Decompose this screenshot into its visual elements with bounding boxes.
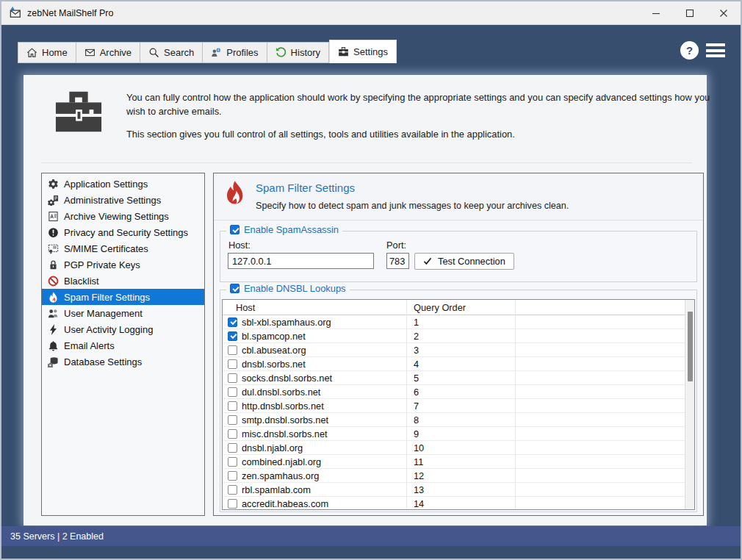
tab-profiles[interactable]: Profiles: [203, 42, 267, 63]
tab-label: Archive: [100, 47, 132, 58]
enable-dnsbl-checkbox[interactable]: [230, 284, 239, 293]
minimize-button[interactable]: [639, 1, 673, 25]
sidebar-item-label: S/MIME Certificates: [64, 243, 148, 254]
check-icon: [423, 257, 432, 265]
row-checkbox[interactable]: [228, 345, 237, 355]
sidebar-item-user-management[interactable]: User Management: [42, 305, 204, 321]
row-checkbox[interactable]: [228, 499, 237, 509]
table-row[interactable]: misc.dnsbl.sorbs.net9: [223, 427, 685, 441]
sidebar-item-user-activity-logging[interactable]: User Activity Logging: [42, 321, 204, 337]
table-row[interactable]: zen.spamhaus.org12: [223, 469, 685, 483]
test-connection-button[interactable]: Test Connection: [414, 253, 514, 270]
sidebar-item-email-alerts[interactable]: Email Alerts: [42, 337, 204, 353]
row-checkbox[interactable]: [228, 443, 237, 453]
row-checkbox[interactable]: [228, 429, 237, 439]
maximize-button[interactable]: [673, 1, 707, 25]
dnsbl-group: Enable DNSBL Lookups Host Query Order sb…: [220, 290, 697, 512]
flame-icon: [224, 180, 245, 211]
tab-label: Home: [42, 47, 68, 58]
row-checkbox[interactable]: [228, 471, 237, 481]
menu-button[interactable]: [706, 43, 725, 57]
sidebar-item-application-settings[interactable]: Application Settings: [42, 176, 204, 192]
sidebar-item-blacklist[interactable]: Blacklist: [42, 273, 204, 289]
table-row[interactable]: bl.spamcop.net2: [223, 329, 685, 343]
sidebar-item-label: Administrative Settings: [64, 195, 161, 206]
padlock-icon: [47, 259, 59, 270]
row-checkbox[interactable]: [228, 415, 237, 425]
host-label: Host:: [228, 240, 251, 251]
page-title: Spam Filter Settings: [256, 182, 355, 194]
port-input[interactable]: [386, 253, 409, 269]
scrollbar-thumb[interactable]: [688, 312, 693, 381]
sidebar-item-label: Spam Filter Settings: [64, 292, 150, 303]
blocked-icon: [47, 275, 59, 287]
table-row[interactable]: http.dnsbl.sorbs.net7: [223, 399, 685, 413]
row-query-order: 3: [406, 345, 515, 356]
tab-history[interactable]: History: [267, 42, 329, 63]
content-panel: You can fully control how the applicatio…: [24, 75, 707, 525]
settings-category-list: Application SettingsAdministrative Setti…: [41, 173, 205, 516]
row-host: sbl-xbl.spamhaus.org: [242, 317, 406, 328]
tab-search[interactable]: Search: [140, 42, 203, 63]
table-row[interactable]: smtp.dnsbl.sorbs.net8: [223, 413, 685, 427]
row-query-order: 2: [406, 331, 515, 342]
tab-settings[interactable]: Settings: [329, 40, 397, 63]
gear-icon: [47, 178, 59, 190]
row-query-order: 10: [406, 442, 515, 453]
table-row[interactable]: dnsbl.njabl.org10: [223, 441, 685, 455]
row-query-order: 5: [406, 373, 515, 384]
row-query-order: 13: [406, 484, 515, 495]
enable-spamassassin-checkbox[interactable]: [230, 225, 239, 234]
table-row[interactable]: sbl-xbl.spamhaus.org1: [223, 315, 685, 329]
row-checkbox[interactable]: [228, 387, 237, 397]
window-controls: [639, 1, 741, 25]
sidebar-item-label: Blacklist: [64, 276, 99, 287]
row-checkbox[interactable]: [228, 359, 237, 369]
sidebar-item-database-settings[interactable]: Database Settings: [42, 353, 204, 370]
tab-home[interactable]: Home: [18, 42, 76, 63]
row-host: misc.dnsbl.sorbs.net: [242, 428, 406, 439]
sidebar-item-pgp-private-keys[interactable]: PGP Private Keys: [42, 256, 204, 273]
row-host: dnsbl.sorbs.net: [242, 359, 406, 370]
row-checkbox[interactable]: [228, 485, 237, 495]
host-column-header[interactable]: Host: [223, 302, 406, 313]
sidebar-item-administrative-settings[interactable]: Administrative Settings: [42, 192, 204, 208]
status-bar: 35 Servers | 2 Enabled: [1, 526, 741, 546]
row-query-order: 12: [406, 470, 515, 481]
row-checkbox[interactable]: [228, 457, 237, 467]
spamassassin-group: Enable SpamAssassin Host: Port: Test Con…: [220, 231, 697, 282]
row-checkbox[interactable]: [228, 331, 237, 341]
row-checkbox[interactable]: [228, 317, 237, 327]
row-host: combined.njabl.org: [242, 456, 406, 467]
query-order-column-header[interactable]: Query Order: [406, 302, 515, 313]
sidebar-item-archive-viewing-settings[interactable]: Archive Viewing Settings: [42, 208, 204, 224]
page-subtitle: Specify how to detect spam and junk mess…: [256, 201, 569, 211]
table-row[interactable]: combined.njabl.org11: [223, 455, 685, 469]
row-query-order: 11: [406, 456, 515, 467]
table-row[interactable]: socks.dnsbl.sorbs.net5: [223, 371, 685, 385]
sidebar-item-s-mime-certificates[interactable]: S/MIME Certificates: [42, 240, 204, 256]
table-header: Host Query Order: [223, 300, 685, 315]
row-checkbox[interactable]: [228, 401, 237, 411]
table-row[interactable]: dul.dnsbl.sorbs.net6: [223, 385, 685, 399]
table-row[interactable]: accredit.habeas.com14: [223, 497, 685, 510]
row-host: accredit.habeas.com: [242, 498, 406, 509]
vertical-scrollbar[interactable]: [685, 300, 694, 509]
sidebar-item-label: Application Settings: [64, 179, 148, 190]
table-row[interactable]: rbl.spamlab.com13: [223, 483, 685, 497]
tab-archive[interactable]: Archive: [76, 42, 140, 63]
database-gear-icon: [47, 356, 59, 367]
row-checkbox[interactable]: [228, 373, 237, 383]
table-row[interactable]: dnsbl.sorbs.net4: [223, 357, 685, 371]
tab-label: Profiles: [226, 47, 258, 58]
table-row[interactable]: cbl.abuseat.org3: [223, 343, 685, 357]
close-button[interactable]: [707, 1, 741, 25]
document-view-icon: [47, 210, 59, 222]
host-input[interactable]: [228, 253, 374, 269]
help-button[interactable]: ?: [680, 41, 699, 60]
sidebar-item-spam-filter-settings[interactable]: Spam Filter Settings: [42, 289, 204, 305]
sidebar-item-privacy-and-security-settings[interactable]: Privacy and Security Settings: [42, 224, 204, 240]
history-icon: [275, 47, 287, 58]
enable-dnsbl-label: Enable DNSBL Lookups: [244, 283, 346, 294]
tab-label: History: [291, 47, 320, 58]
